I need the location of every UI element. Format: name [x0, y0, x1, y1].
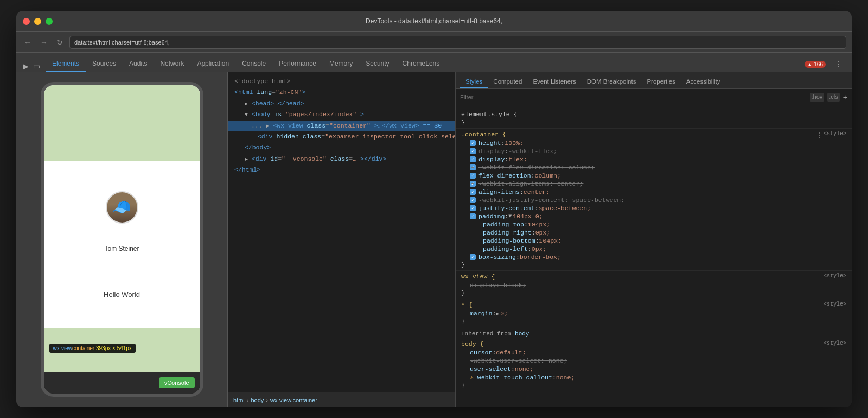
css-prop-webkit-justify: -webkit-justify-content: space-between;: [461, 196, 846, 204]
html-line-wxview[interactable]: ... ▶ <wx-view class="container" >…</wx-…: [228, 121, 455, 131]
css-checkbox[interactable]: [470, 164, 476, 170]
inherited-from-element[interactable]: body: [515, 331, 529, 337]
css-prop-webkit-align: -webkit-align-items: center;: [461, 180, 846, 188]
tab-accessibility[interactable]: Accessibility: [681, 75, 726, 88]
preview-panel: 🧢 Tom Steiner Hello World vConsole wx-vi…: [16, 72, 228, 407]
cls-button[interactable]: .cls: [827, 93, 840, 102]
css-checkbox[interactable]: [470, 181, 476, 187]
css-prop-padding-left: padding-left: 0px;: [461, 245, 846, 253]
tab-dom-breakpoints[interactable]: DOM Breakpoints: [582, 75, 642, 88]
css-prop-webkit-user-select: -webkit-user-select: none;: [461, 357, 846, 365]
css-selector-container[interactable]: <style> ⋮ .container {: [461, 131, 846, 138]
css-prop-display-flex: display: flex;: [461, 155, 846, 163]
maximize-button[interactable]: [46, 18, 53, 25]
tooltip-class: container: [72, 345, 94, 351]
styles-filter-bar: :hov .cls +: [456, 89, 852, 105]
avatar: 🧢: [106, 191, 138, 224]
title-bar: DevTools - data:text/html;charset=utf-8;…: [16, 11, 852, 31]
reload-button[interactable]: ↻: [54, 37, 65, 48]
css-rule-container: <style> ⋮ .container { height: 100%; dis…: [456, 129, 852, 271]
css-rule-star: <style> * { margin: ▶ 0; }: [456, 299, 852, 327]
avatar-image: 🧢: [107, 192, 137, 223]
hov-button[interactable]: :hov: [810, 93, 825, 102]
tab-security[interactable]: Security: [359, 56, 395, 72]
tab-console[interactable]: Console: [235, 56, 272, 72]
inherited-from-label: Inherited from body: [456, 327, 852, 338]
tab-elements[interactable]: Elements: [46, 56, 86, 72]
warning-count[interactable]: ▲ 166: [805, 61, 826, 68]
tab-audits[interactable]: Audits: [123, 56, 154, 72]
tab-event-listeners[interactable]: Event Listeners: [527, 75, 581, 88]
css-checkbox[interactable]: [470, 148, 476, 154]
css-checkbox[interactable]: [470, 140, 476, 146]
browser-bar: ← → ↻ data:text/html;charset=utf-8;base6…: [16, 31, 852, 52]
minimize-button[interactable]: [34, 18, 41, 25]
html-line-doctype[interactable]: <!doctype html>: [228, 76, 455, 87]
more-tabs-button[interactable]: ⋮: [830, 56, 846, 72]
tab-chromelens[interactable]: ChromeLens: [396, 56, 446, 72]
add-style-button[interactable]: +: [843, 93, 847, 102]
css-selector-wxview[interactable]: <style> wx-view {: [461, 273, 846, 280]
devtools-icon-group: ▶ ▭: [22, 61, 41, 72]
css-prop-padding: padding: ▼ 104px 0;: [461, 212, 846, 220]
url-bar[interactable]: data:text/html;charset=utf-8;base64,: [69, 36, 846, 49]
css-checkbox[interactable]: [470, 173, 476, 179]
elements-panel: <!doctype html> <html lang="zh-CN"> ▶ <h…: [228, 72, 456, 407]
forward-button[interactable]: →: [38, 37, 50, 48]
main-content: 🧢 Tom Steiner Hello World vConsole wx-vi…: [16, 72, 852, 407]
css-prop-height: height: 100%;: [461, 139, 816, 147]
dots-menu[interactable]: ⋮: [816, 131, 824, 140]
back-button[interactable]: ←: [22, 37, 34, 48]
devtools-right-actions: ▲ 166 ⋮: [805, 56, 846, 72]
tooltip-dimensions: 393px × 541px: [96, 345, 132, 351]
css-prop-box-sizing: box-sizing: border-box;: [461, 253, 846, 261]
css-prop-cursor: cursor: default;: [461, 349, 846, 357]
css-checkbox[interactable]: [470, 254, 476, 260]
css-rule-body: <style> body { cursor: default; -webkit-…: [456, 338, 852, 391]
tab-network[interactable]: Network: [154, 56, 190, 72]
html-line-html-close[interactable]: </html>: [228, 164, 455, 175]
url-text: data:text/html;charset=utf-8;base64,: [74, 39, 170, 46]
css-selector-body[interactable]: <style> body {: [461, 340, 846, 347]
tab-performance[interactable]: Performance: [272, 56, 323, 72]
css-prop-webkit-flex-dir: -webkit-flex-direction: column;: [461, 163, 846, 172]
phone-header-bg: [44, 85, 200, 161]
css-selector-star[interactable]: <style> * {: [461, 301, 846, 308]
close-button[interactable]: [23, 18, 30, 25]
breadcrumb-html[interactable]: html: [233, 397, 245, 403]
tab-application[interactable]: Application: [190, 56, 235, 72]
device-toolbar-icon[interactable]: ▭: [32, 61, 41, 72]
css-selector[interactable]: element.style {: [461, 111, 846, 118]
traffic-lights: [23, 18, 53, 25]
breadcrumb-body[interactable]: body: [251, 397, 264, 403]
css-prop-padding-top: padding-top: 104px;: [461, 220, 846, 229]
html-line-div-mask[interactable]: <div hidden class="exparser-inspector-to…: [228, 131, 455, 142]
html-line-vconsole[interactable]: ▶ <div id="__vconsole" class=… ></div>: [228, 154, 455, 164]
filter-input[interactable]: [460, 94, 810, 100]
warning-icon: ⚠: [470, 373, 474, 381]
devtools-tab-bar: ▶ ▭ Elements Sources Audits Network Appl…: [16, 52, 852, 72]
css-rule-element-style: element.style { }: [456, 109, 852, 129]
html-line-body-close[interactable]: </body>: [228, 142, 455, 153]
html-line-head[interactable]: ▶ <head>…</head>: [228, 98, 455, 109]
inspect-element-icon[interactable]: ▶: [22, 61, 30, 72]
css-checkbox[interactable]: [470, 189, 476, 195]
tab-memory[interactable]: Memory: [323, 56, 359, 72]
css-prop-align-items: align-items: center;: [461, 188, 846, 196]
styles-panel: Styles Computed Event Listeners DOM Brea…: [456, 72, 852, 407]
css-checkbox[interactable]: [470, 213, 476, 219]
html-line-html[interactable]: <html lang="zh-CN">: [228, 87, 455, 98]
css-checkbox[interactable]: [470, 197, 476, 203]
tab-sources[interactable]: Sources: [86, 56, 123, 72]
html-tree: <!doctype html> <html lang="zh-CN"> ▶ <h…: [228, 72, 455, 392]
css-checkbox[interactable]: [470, 156, 476, 162]
css-prop-user-select: user-select: none;: [461, 365, 846, 373]
tab-styles[interactable]: Styles: [460, 75, 488, 88]
css-checkbox[interactable]: [470, 205, 476, 211]
vconsole-button[interactable]: vConsole: [159, 377, 195, 388]
tab-properties[interactable]: Properties: [641, 75, 680, 88]
tab-computed[interactable]: Computed: [488, 75, 527, 88]
html-line-body[interactable]: ▼ <body is="pages/index/index" >: [228, 109, 455, 120]
breadcrumb-wxview[interactable]: wx-view.container: [270, 397, 317, 403]
devtools-window: DevTools - data:text/html;charset=utf-8;…: [16, 11, 852, 407]
